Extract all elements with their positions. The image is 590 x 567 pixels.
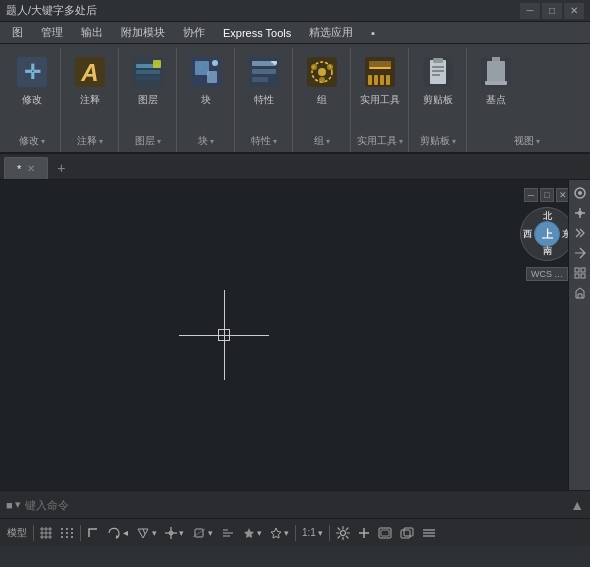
group-group-label: 组 ▾ (314, 134, 330, 150)
ribbon-group-annotate: A 注释 注释 ▾ (62, 48, 119, 152)
status-divider-1 (33, 525, 34, 541)
svg-point-24 (319, 77, 325, 83)
status-menu[interactable] (419, 522, 439, 544)
svg-point-59 (61, 536, 63, 538)
menu-item-xiezuo[interactable]: 协作 (175, 23, 213, 42)
nav-btn-3[interactable] (571, 224, 589, 242)
maximize-button[interactable]: □ (542, 3, 562, 19)
nav-btn-2[interactable] (571, 204, 589, 222)
menu-item-jingxuan[interactable]: 精选应用 (301, 23, 361, 42)
tab-close-button[interactable]: ✕ (27, 163, 35, 174)
menu-item-fujia[interactable]: 附加模块 (113, 23, 173, 42)
nav-btn-1[interactable] (571, 184, 589, 202)
tools-button[interactable]: 实用工具 (356, 50, 404, 108)
svg-point-21 (318, 68, 326, 76)
status-polar[interactable]: ▾ (133, 522, 160, 544)
crosshair-horizontal (179, 335, 269, 336)
wcs-arrow: … (554, 269, 563, 279)
right-toolbar (568, 180, 590, 490)
command-input[interactable] (25, 499, 566, 511)
tools-group-label: 实用工具 ▾ (357, 134, 403, 150)
svg-point-55 (71, 528, 73, 530)
status-scale[interactable]: 1:1 ▾ (299, 522, 326, 544)
status-settings[interactable] (333, 522, 353, 544)
svg-rect-46 (581, 274, 585, 278)
command-expand-button[interactable]: ▲ (570, 497, 584, 513)
status-align[interactable] (218, 522, 238, 544)
ribbon-toolbar: ✛ 修改 修改 ▾ A 注释 注释 (0, 44, 590, 154)
svg-rect-44 (581, 268, 585, 272)
status-grid-icon[interactable] (37, 522, 55, 544)
svg-rect-15 (252, 69, 276, 74)
view-cube-controls: ─ □ ✕ (524, 188, 570, 202)
menu-item-shuchu[interactable]: 输出 (73, 23, 111, 42)
block-button[interactable]: 块 (182, 50, 230, 108)
status-divider-2 (80, 525, 81, 541)
status-snap-star[interactable]: ▾ (240, 522, 265, 544)
svg-rect-16 (252, 77, 268, 82)
svg-point-54 (66, 528, 68, 530)
ribbon-group-base: 基点 视图 ▾ (468, 48, 586, 152)
ribbon-group-group: 组 组 ▾ (294, 48, 351, 152)
svg-point-56 (61, 532, 63, 534)
menu-item-icon[interactable]: ▪ (363, 25, 383, 41)
nav-btn-5[interactable] (571, 264, 589, 282)
ribbon-group-layer: 图层 图层 ▾ (120, 48, 177, 152)
title-text: 题人/大键字多处后 (6, 3, 520, 18)
tabs-area: * ✕ + (0, 154, 590, 180)
annotate-button[interactable]: A 注释 (66, 50, 114, 108)
status-snap-star2[interactable]: ▾ (267, 522, 292, 544)
svg-point-12 (212, 60, 218, 66)
wcs-label[interactable]: WCS … (526, 267, 568, 281)
compass-center-button[interactable]: 上 (534, 221, 560, 247)
menu-item-guanli[interactable]: 管理 (33, 23, 71, 42)
status-snap-rotate[interactable]: ◂ (104, 522, 131, 544)
canvas-area[interactable]: ─ □ ✕ 北 南 西 东 上 WCS … (0, 180, 590, 490)
nav-btn-4[interactable] (571, 244, 589, 262)
clipboard-label: 剪贴板 (423, 94, 453, 106)
move-icon: ✛ (12, 52, 52, 92)
group-button[interactable]: 组 (298, 50, 346, 108)
menu-item-tu[interactable]: 图 (4, 23, 31, 42)
model-label: 模型 (7, 526, 27, 540)
svg-rect-10 (195, 61, 209, 75)
tab-add-button[interactable]: + (50, 157, 72, 179)
nav-btn-6[interactable] (571, 284, 589, 302)
status-dots-icon[interactable] (57, 522, 77, 544)
svg-point-41 (578, 191, 582, 195)
status-layout[interactable] (375, 522, 395, 544)
status-snap-box[interactable]: ▾ (189, 522, 216, 544)
minimize-button[interactable]: ─ (520, 3, 540, 19)
svg-rect-27 (368, 75, 372, 85)
scale-label: 1:1 (302, 527, 316, 538)
svg-point-61 (71, 536, 73, 538)
svg-point-69 (340, 530, 345, 535)
status-output[interactable] (397, 522, 417, 544)
layer-button[interactable]: 图层 (124, 50, 172, 108)
svg-rect-38 (487, 61, 505, 83)
svg-point-23 (327, 64, 333, 70)
tab-drawing[interactable]: * ✕ (4, 157, 48, 179)
command-menu-button[interactable]: ■ ▾ (6, 498, 21, 511)
close-button[interactable]: ✕ (564, 3, 584, 19)
props-button[interactable]: 特性 (240, 50, 288, 108)
status-model[interactable]: 模型 (4, 522, 30, 544)
status-cross[interactable]: ▾ (162, 522, 187, 544)
status-ortho[interactable] (84, 522, 102, 544)
clipboard-button[interactable]: 剪贴板 (414, 50, 462, 108)
status-add[interactable] (355, 522, 373, 544)
svg-rect-6 (136, 70, 160, 74)
base-button[interactable]: 基点 (472, 50, 520, 108)
modify-button[interactable]: ✛ 修改 (8, 50, 56, 108)
annotate-group-label: 注释 ▾ (77, 134, 103, 150)
compass-circle[interactable]: 北 南 西 东 上 (520, 207, 574, 261)
menu-item-express[interactable]: Express Tools (215, 25, 299, 41)
base-icon (476, 52, 516, 92)
view-minimize-button[interactable]: ─ (524, 188, 538, 202)
view-expand-button[interactable]: □ (540, 188, 554, 202)
title-bar-controls: ─ □ ✕ (520, 3, 584, 19)
group-icon (302, 52, 342, 92)
layer-group-label: 图层 ▾ (135, 134, 161, 150)
command-line: ■ ▾ ▲ (0, 490, 590, 518)
svg-rect-18 (271, 61, 277, 63)
